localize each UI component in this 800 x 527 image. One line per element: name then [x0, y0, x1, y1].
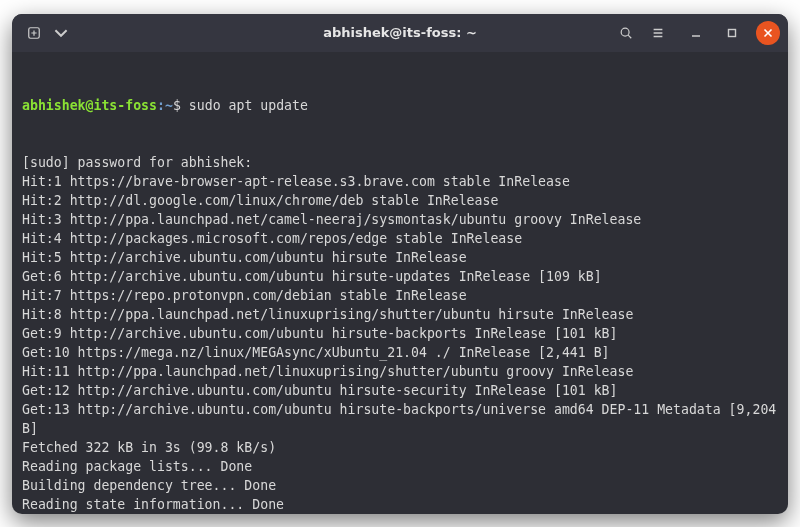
new-tab-button[interactable]	[20, 19, 48, 47]
output-line: Reading state information... Done	[22, 495, 778, 514]
terminal-viewport[interactable]: abhishek@its-foss:~$ sudo apt update [su…	[12, 52, 788, 514]
search-icon	[619, 26, 633, 40]
output-line: Hit:11 http://ppa.launchpad.net/linuxupr…	[22, 362, 778, 381]
close-icon	[763, 28, 773, 38]
svg-line-4	[628, 35, 631, 38]
prompt-symbol: $	[173, 98, 181, 113]
command-text: sudo apt update	[189, 98, 308, 113]
output-line: Get:10 https://mega.nz/linux/MEGAsync/xU…	[22, 343, 778, 362]
svg-point-3	[621, 28, 629, 36]
output-line: Hit:5 http://archive.ubuntu.com/ubuntu h…	[22, 248, 778, 267]
output-line: Get:12 http://archive.ubuntu.com/ubuntu …	[22, 381, 778, 400]
output-line: Hit:3 http://ppa.launchpad.net/camel-nee…	[22, 210, 778, 229]
output-line: Get:13 http://archive.ubuntu.com/ubuntu …	[22, 400, 778, 438]
output-line: Reading package lists... Done	[22, 457, 778, 476]
new-tab-menu-button[interactable]	[52, 19, 70, 47]
output-line: Hit:8 http://ppa.launchpad.net/linuxupri…	[22, 305, 778, 324]
prompt-colon: :	[157, 98, 165, 113]
output-line: Hit:2 http://dl.google.com/linux/chrome/…	[22, 191, 778, 210]
output-line: Building dependency tree... Done	[22, 476, 778, 495]
hamburger-menu-icon	[651, 26, 665, 40]
title-bar: abhishek@its-foss: ~	[12, 14, 788, 52]
menu-button[interactable]	[644, 19, 672, 47]
svg-rect-9	[729, 29, 736, 36]
terminal-window: abhishek@its-foss: ~	[12, 14, 788, 514]
terminal-output: [sudo] password for abhishek:Hit:1 https…	[22, 153, 778, 514]
search-button[interactable]	[612, 19, 640, 47]
close-button[interactable]	[756, 21, 780, 45]
prompt-line: abhishek@its-foss:~$ sudo apt update	[22, 96, 778, 115]
output-line: Fetched 322 kB in 3s (99.8 kB/s)	[22, 438, 778, 457]
output-line: Hit:4 http://packages.microsoft.com/repo…	[22, 229, 778, 248]
minimize-button[interactable]	[684, 21, 708, 45]
new-tab-icon	[27, 26, 41, 40]
prompt-path: ~	[165, 98, 173, 113]
chevron-down-icon	[54, 26, 68, 40]
output-line: Get:9 http://archive.ubuntu.com/ubuntu h…	[22, 324, 778, 343]
prompt-user: abhishek	[22, 98, 86, 113]
minimize-icon	[691, 28, 701, 38]
output-line: [sudo] password for abhishek:	[22, 153, 778, 172]
output-line: Get:6 http://archive.ubuntu.com/ubuntu h…	[22, 267, 778, 286]
output-line: Hit:1 https://brave-browser-apt-release.…	[22, 172, 778, 191]
maximize-button[interactable]	[720, 21, 744, 45]
prompt-host: its-foss	[93, 98, 157, 113]
output-line: Hit:7 https://repo.protonvpn.com/debian …	[22, 286, 778, 305]
maximize-icon	[727, 28, 737, 38]
